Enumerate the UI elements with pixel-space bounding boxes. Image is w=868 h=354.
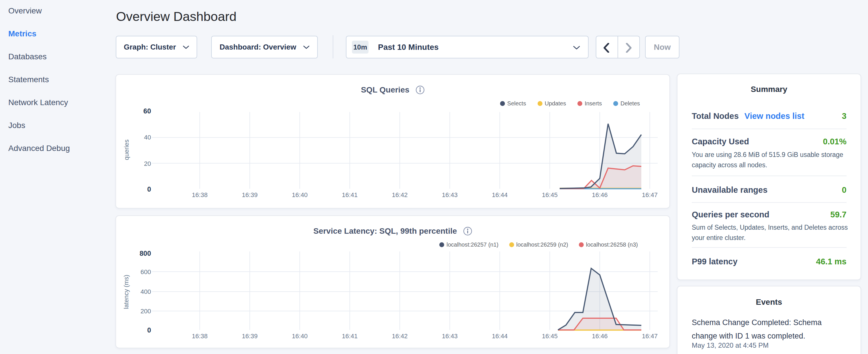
svg-text:60: 60 — [143, 107, 151, 115]
svg-text:16:44: 16:44 — [492, 191, 507, 198]
svg-text:40: 40 — [144, 134, 151, 141]
svg-text:latency (ms): latency (ms) — [123, 275, 130, 309]
svg-text:16:41: 16:41 — [342, 191, 358, 198]
svg-text:0: 0 — [147, 326, 151, 334]
svg-text:200: 200 — [141, 308, 151, 315]
svg-text:800: 800 — [140, 250, 151, 257]
svg-text:16:47: 16:47 — [642, 191, 658, 198]
svg-text:16:39: 16:39 — [242, 332, 258, 340]
svg-text:16:38: 16:38 — [192, 332, 208, 340]
svg-text:16:45: 16:45 — [542, 191, 558, 198]
svg-text:16:38: 16:38 — [192, 191, 208, 198]
svg-text:16:42: 16:42 — [392, 332, 407, 340]
svg-text:400: 400 — [141, 288, 151, 295]
svg-text:16:42: 16:42 — [392, 191, 407, 198]
svg-text:20: 20 — [144, 160, 151, 167]
svg-text:16:44: 16:44 — [492, 332, 507, 340]
svg-text:0: 0 — [147, 185, 151, 193]
svg-text:16:46: 16:46 — [592, 191, 608, 198]
svg-text:16:43: 16:43 — [442, 332, 458, 340]
svg-text:16:47: 16:47 — [642, 332, 658, 340]
svg-text:16:40: 16:40 — [292, 191, 308, 198]
svg-text:16:46: 16:46 — [592, 332, 608, 340]
svg-text:16:40: 16:40 — [292, 332, 308, 340]
svg-text:queries: queries — [123, 139, 130, 160]
svg-text:16:39: 16:39 — [242, 191, 258, 198]
svg-text:16:43: 16:43 — [442, 191, 458, 198]
svg-text:600: 600 — [141, 268, 151, 276]
svg-text:16:41: 16:41 — [342, 332, 358, 340]
svg-text:16:45: 16:45 — [542, 332, 558, 340]
